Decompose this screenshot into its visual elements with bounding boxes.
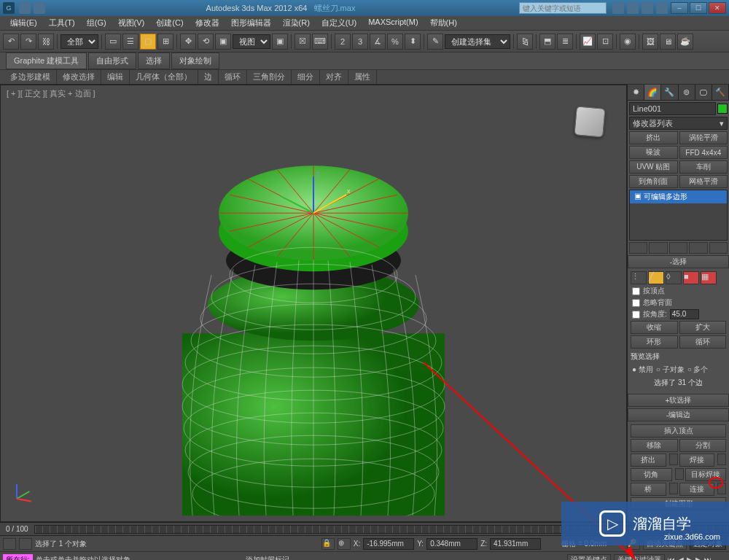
named-selection-dropdown[interactable]: 创建选择集 — [445, 34, 510, 49]
subobj-border-icon[interactable]: ◊ — [666, 271, 682, 284]
rollout-editedges-header[interactable]: - 编辑边 — [628, 408, 729, 421]
motion-tab-icon[interactable]: ⊚ — [679, 85, 695, 100]
absolute-transform-icon[interactable]: ⊕ — [338, 538, 351, 550]
material-editor-button[interactable]: ◉ — [620, 34, 636, 50]
bridge-button[interactable]: 桥 — [631, 483, 666, 496]
subribbon-polymodeling[interactable]: 多边形建模 — [4, 70, 57, 84]
modifier-lathe-button[interactable]: 车削 — [679, 160, 728, 174]
ribbon-tab-objectpaint[interactable]: 对象绘制 — [171, 52, 219, 69]
play-icon[interactable]: ▶ — [687, 556, 693, 560]
manipulate-button[interactable]: ☒ — [295, 34, 311, 50]
subobj-edge-icon[interactable]: ╱ — [648, 271, 664, 284]
subribbon-geometry[interactable]: 几何体（全部） — [130, 70, 198, 84]
extrude-settings-icon[interactable] — [669, 454, 678, 465]
select-object-button[interactable]: ▭ — [105, 34, 121, 50]
remove-modifier-button[interactable] — [689, 242, 707, 254]
snap-toggle-2d[interactable]: 2 — [335, 34, 351, 50]
menu-maxscript[interactable]: MAXScript(M) — [362, 16, 424, 30]
snap-toggle-3d[interactable]: 3 — [352, 34, 368, 50]
rollout-selection-header[interactable]: - 选择 — [628, 255, 729, 268]
configure-sets-button[interactable] — [709, 242, 728, 254]
redo-icon[interactable] — [34, 2, 45, 14]
by-vertex-checkbox[interactable] — [632, 287, 640, 295]
subobj-vertex-icon[interactable]: ⋮ — [631, 271, 647, 284]
menu-tools[interactable]: 工具(T) — [43, 16, 81, 30]
redo-button[interactable]: ↷ — [20, 34, 36, 50]
bridge-settings-icon[interactable] — [669, 483, 678, 494]
insert-vertex-button[interactable]: 插入顶点 — [631, 424, 726, 438]
undo-button[interactable]: ↶ — [3, 34, 19, 50]
modifier-meshsmooth-button[interactable]: 网格平滑 — [679, 175, 728, 188]
viewport[interactable]: [ + ][ 正交 ][ 真实 + 边面 ] — [0, 85, 627, 522]
split-button[interactable]: 分割 — [679, 439, 727, 452]
window-crossing-button[interactable]: ⊞ — [157, 34, 174, 50]
key-filters-button[interactable]: 关键点过滤器 — [614, 554, 665, 561]
preview-multi-radio[interactable]: ○ 多个 — [687, 365, 709, 375]
connect-button[interactable]: 连接 — [679, 483, 715, 496]
select-region-button[interactable]: ▢ — [140, 34, 156, 50]
connect-settings-icon[interactable] — [717, 483, 726, 494]
x-coord-field[interactable]: -16.995mm — [363, 538, 414, 550]
modifier-turbosmooth-button[interactable]: 涡轮平滑 — [679, 131, 728, 144]
object-color-swatch[interactable] — [717, 104, 728, 114]
modifier-noise-button[interactable]: 噪波 — [629, 146, 678, 159]
mirror-button[interactable]: ⧎ — [517, 34, 533, 50]
chamfer-button[interactable]: 切角 — [631, 468, 672, 481]
weld-button[interactable]: 焊接 — [679, 454, 715, 467]
menu-create[interactable]: 创建(C) — [150, 16, 189, 30]
menu-modifiers[interactable]: 修改器 — [190, 16, 225, 30]
angle-spinner[interactable]: 45.0 — [670, 309, 699, 319]
favorite-icon[interactable] — [627, 2, 639, 14]
rotate-button[interactable]: ⟲ — [198, 34, 214, 50]
modifier-uvwmap-button[interactable]: UVW 贴图 — [629, 160, 678, 174]
remove-button[interactable]: 移除 — [631, 439, 678, 452]
use-center-button[interactable]: ▣ — [272, 34, 288, 50]
help-icon[interactable] — [656, 2, 668, 14]
menu-help[interactable]: 帮助(H) — [424, 16, 463, 30]
align-button[interactable]: ⬒ — [539, 34, 555, 50]
next-frame-icon[interactable]: ▶ — [695, 556, 701, 560]
ribbon-tab-modeling[interactable]: Graphite 建模工具 — [6, 52, 87, 69]
angle-snap-button[interactable]: ∡ — [370, 34, 386, 50]
render-setup-button[interactable]: 🖼 — [642, 34, 658, 50]
render-production-button[interactable]: ☕ — [677, 34, 693, 50]
object-name-field[interactable]: Line001 — [629, 102, 716, 115]
y-coord-field[interactable]: 0.348mm — [426, 538, 477, 550]
menu-view[interactable]: 视图(V) — [112, 16, 151, 30]
create-tab-icon[interactable]: ✸ — [628, 85, 644, 100]
maximize-button[interactable]: ☐ — [690, 2, 707, 14]
stack-editable-poly[interactable]: ▣ 可编辑多边形 — [630, 190, 727, 203]
grow-button[interactable]: 扩大 — [679, 321, 727, 334]
ring-button[interactable]: 环形 — [631, 335, 678, 349]
undo-icon[interactable] — [19, 2, 31, 14]
trackbar-filter-button[interactable] — [19, 538, 32, 550]
viewcube[interactable] — [568, 100, 612, 144]
percent-snap-button[interactable]: % — [387, 34, 403, 50]
modifier-extrude-button[interactable]: 挤出 — [629, 131, 678, 144]
modify-tab-icon[interactable]: 🌈 — [644, 85, 661, 100]
modifier-list-dropdown[interactable]: 修改器列表▾ — [629, 117, 728, 130]
by-angle-checkbox[interactable] — [632, 311, 640, 319]
exchange-icon[interactable] — [642, 2, 653, 14]
subribbon-edges[interactable]: 边 — [198, 70, 219, 84]
hierarchy-tab-icon[interactable]: 🔧 — [661, 85, 678, 100]
spinner-snap-button[interactable]: ⬍ — [405, 34, 421, 50]
ribbon-tab-selection[interactable]: 选择 — [138, 52, 170, 69]
shrink-button[interactable]: 收缩 — [631, 321, 678, 334]
prev-frame-icon[interactable]: ◀ — [678, 556, 684, 560]
menu-customize[interactable]: 自定义(U) — [316, 16, 362, 30]
subribbon-props[interactable]: 属性 — [348, 70, 377, 84]
chamfer-settings-icon[interactable] — [675, 468, 684, 480]
display-tab-icon[interactable]: 🖵 — [695, 85, 712, 100]
z-coord-field[interactable]: 41.931mm — [490, 538, 541, 550]
preview-subobj-radio[interactable]: ○ 子对象 — [656, 365, 685, 375]
weld-settings-icon[interactable] — [717, 454, 726, 465]
ribbon-tab-freeform[interactable]: 自由形式 — [88, 52, 136, 69]
modifier-stack[interactable]: ▣ 可编辑多边形 — [629, 190, 728, 241]
ref-coord-dropdown[interactable]: 视图 — [233, 34, 270, 49]
minimize-button[interactable]: – — [671, 2, 688, 14]
subribbon-edit[interactable]: 编辑 — [101, 70, 130, 84]
close-button[interactable]: ✕ — [709, 2, 726, 14]
show-end-result-button[interactable] — [649, 242, 667, 254]
ignore-backfacing-checkbox[interactable] — [632, 299, 640, 307]
